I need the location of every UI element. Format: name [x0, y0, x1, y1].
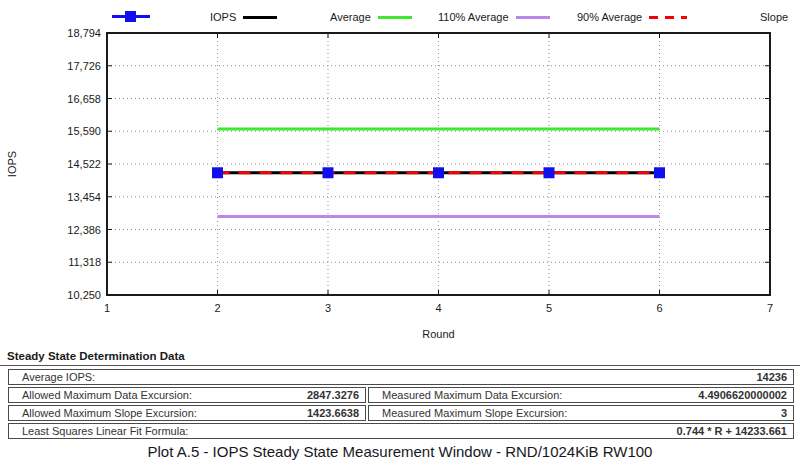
table-value: 2847.3276: [307, 389, 359, 401]
table-label: Measured Maximum Data Excursion:: [382, 389, 562, 401]
x-tick-label: 7: [767, 302, 773, 314]
table-label: Allowed Maximum Slope Excursion:: [22, 407, 197, 419]
x-tick-label: 1: [104, 302, 110, 314]
y-tick-label: 13,454: [67, 191, 101, 203]
legend-label-slope: Slope: [760, 11, 788, 23]
table-value: 3: [781, 407, 787, 419]
y-axis-label: IOPS: [6, 151, 18, 177]
legend-item-slope: Slope: [760, 9, 788, 25]
y-tick-label: 15,590: [67, 125, 101, 137]
table-cell: Allowed Maximum Slope Excursion: 1423.66…: [8, 405, 366, 421]
legend-item-90-average: 90% Average: [577, 9, 687, 25]
y-tick-label: 14,522: [67, 158, 101, 170]
y-tick-label: 18,794: [67, 27, 101, 39]
legend-label-110-average: 110% Average: [438, 11, 509, 23]
plot-caption: Plot A.5 - IOPS Steady State Measurement…: [0, 443, 800, 460]
steady-state-data-section: Steady State Determination Data Average …: [0, 348, 800, 439]
table-cell: Average IOPS: 14236: [8, 369, 794, 385]
y-tick-label: 12,386: [67, 224, 101, 236]
legend-label-iops: IOPS: [210, 11, 236, 23]
x-tick-label: 2: [214, 302, 220, 314]
90-average-dashed-swatch: [649, 16, 687, 19]
table-value: 0.744 * R + 14233.661: [677, 425, 787, 437]
steady-state-table: Average IOPS: 14236 Allowed Maximum Data…: [8, 369, 794, 439]
table-row: Allowed Maximum Slope Excursion: 1423.66…: [8, 405, 794, 421]
x-tick-label: 3: [325, 302, 331, 314]
table-label: Allowed Maximum Data Excursion:: [22, 389, 192, 401]
table-value: 1423.6638: [307, 407, 359, 419]
table-label: Measured Maximum Slope Excursion:: [382, 407, 567, 419]
table-row: Average IOPS: 14236: [8, 369, 794, 385]
iops-data-point: [654, 167, 665, 178]
iops-data-point: [323, 167, 334, 178]
x-tick-label: 4: [435, 302, 441, 314]
iops-data-point: [212, 167, 223, 178]
table-cell: Least Squares Linear Fit Formula: 0.744 …: [8, 423, 794, 439]
iops-square-icon: [125, 11, 136, 22]
table-cell: Allowed Maximum Data Excursion: 2847.327…: [8, 387, 366, 403]
table-value: 4.4906620000002: [698, 389, 787, 401]
legend-item-average: Average: [330, 9, 412, 25]
legend-label-average: Average: [330, 11, 371, 23]
table-value: 14236: [756, 371, 787, 383]
iops-data-point: [544, 167, 555, 178]
report-page: 10,25011,31812,38613,45414,52215,59016,6…: [0, 0, 800, 465]
legend-item-iops-marker: [112, 9, 150, 25]
110-average-line-swatch: [516, 16, 550, 19]
table-label: Average IOPS:: [22, 371, 95, 383]
table-label: Least Squares Linear Fit Formula:: [22, 425, 188, 437]
legend-label-90-average: 90% Average: [577, 11, 642, 23]
y-tick-label: 11,318: [68, 256, 101, 268]
table-row: Least Squares Linear Fit Formula: 0.744 …: [8, 423, 794, 439]
table-cell: Measured Maximum Data Excursion: 4.49066…: [368, 387, 794, 403]
iops-data-point: [433, 167, 444, 178]
y-tick-label: 17,726: [67, 60, 101, 72]
iops-line-swatch: [243, 16, 277, 19]
plot-border: [107, 33, 770, 295]
x-axis-label: Round: [422, 328, 454, 340]
x-tick-label: 6: [656, 302, 662, 314]
average-line-swatch: [378, 16, 412, 19]
legend-item-iops: IOPS: [210, 9, 277, 25]
iops-marker-legend-sample: [112, 11, 150, 23]
section-title: Steady State Determination Data: [0, 348, 800, 366]
legend-item-110-average: 110% Average: [438, 9, 550, 25]
iops-steady-state-chart: 10,25011,31812,38613,45414,52215,59016,6…: [0, 0, 800, 348]
table-row: Allowed Maximum Data Excursion: 2847.327…: [8, 387, 794, 403]
x-tick-label: 5: [546, 302, 552, 314]
table-cell: Measured Maximum Slope Excursion: 3: [368, 405, 794, 421]
y-tick-label: 10,250: [67, 289, 101, 301]
y-tick-label: 16,658: [67, 93, 101, 105]
plot-canvas: 10,25011,31812,38613,45414,52215,59016,6…: [0, 0, 800, 348]
